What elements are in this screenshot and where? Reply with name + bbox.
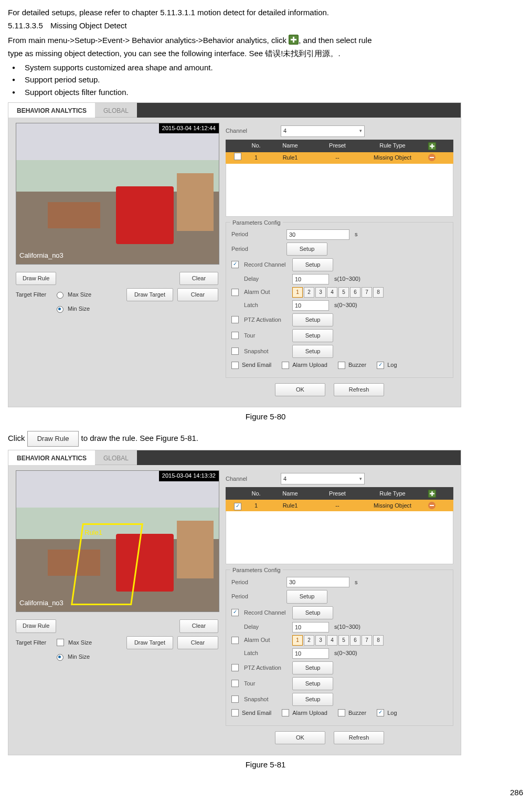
figure-caption-80: Figure 5-80 [8, 410, 523, 423]
delay-input[interactable]: 10 [292, 274, 329, 284]
channel-select[interactable]: 4 [281, 125, 365, 137]
feature-item: System supports customized area shape an… [8, 61, 523, 73]
remove-rule-icon[interactable] [428, 154, 436, 161]
alarm-ch-2[interactable]: 2 [304, 287, 314, 298]
alarm-ch-3[interactable]: 3 [315, 287, 326, 298]
target-filter-label: Target Filter [16, 290, 52, 299]
figure-caption-81: Figure 5-81 [8, 758, 523, 771]
clear-button[interactable]: Clear [179, 272, 218, 285]
clear-target-button[interactable]: Clear [177, 288, 218, 301]
rule-enable-checkbox[interactable] [234, 153, 241, 160]
ptz-checkbox[interactable] [231, 664, 239, 671]
snapshot-checkbox[interactable] [231, 695, 239, 703]
rule-row[interactable]: 1 Rule1 -- Missing Object [226, 500, 453, 511]
add-rule-icon[interactable] [428, 142, 436, 150]
ptz-setup-button[interactable]: Setup [292, 661, 333, 674]
alarm-ch-8[interactable]: 8 [373, 287, 384, 298]
tab-global[interactable]: GLOBAL [95, 103, 137, 118]
min-size-label: Min Size [68, 304, 90, 313]
log-checkbox[interactable] [377, 362, 384, 369]
snapshot-setup-button[interactable]: Setup [292, 693, 333, 706]
tour-checkbox[interactable] [231, 680, 239, 687]
rule-region-label: Rule1 [84, 528, 102, 538]
draw-target-button[interactable]: Draw Target [126, 288, 173, 301]
send-email-checkbox[interactable] [231, 362, 239, 369]
alarm-ch-1[interactable]: 1 [292, 287, 303, 298]
section-title: Missing Object Detect [50, 21, 127, 30]
rules-table-header: No. Name Preset Rule Type [226, 140, 453, 152]
channel-label: Channel [226, 126, 275, 135]
draw-rule-button[interactable]: Draw Rule [16, 619, 56, 632]
refresh-button[interactable]: Refresh [334, 731, 384, 744]
video-preview: 2015-03-04 14:12:44 California_no3 [16, 123, 219, 265]
alarm-ch-5[interactable]: 5 [338, 635, 349, 646]
rule-enable-checkbox[interactable] [234, 503, 241, 510]
buzzer-checkbox[interactable] [338, 709, 345, 716]
add-rule-icon[interactable] [428, 490, 436, 498]
record-channel-checkbox[interactable] [231, 609, 239, 616]
min-size-radio[interactable] [57, 654, 63, 661]
period-input[interactable]: 30 [286, 229, 349, 240]
draw-rule-inline-button: Draw Rule [27, 431, 79, 447]
alarm-ch-2[interactable]: 2 [304, 635, 314, 646]
ptz-setup-button[interactable]: Setup [292, 313, 333, 326]
draw-target-button[interactable]: Draw Target [126, 636, 173, 649]
tab-global[interactable]: GLOBAL [95, 450, 137, 465]
tab-behavior-analytics[interactable]: BEHAVIOR ANALYTICS [8, 103, 95, 118]
rules-table-header: No. Name Preset Rule Type [226, 487, 453, 500]
record-channel-setup-button[interactable]: Setup [292, 258, 333, 271]
clear-target-button[interactable]: Clear [177, 636, 218, 649]
delay-input[interactable]: 10 [292, 622, 329, 632]
alarm-ch-7[interactable]: 7 [362, 635, 372, 646]
alarm-out-checkbox[interactable] [231, 289, 239, 296]
max-size-label: Max Size [68, 638, 92, 647]
alarm-upload-checkbox[interactable] [282, 709, 289, 716]
log-checkbox[interactable] [377, 709, 384, 716]
clear-button[interactable]: Clear [179, 619, 218, 632]
alarm-ch-6[interactable]: 6 [350, 635, 360, 646]
period-setup-button[interactable]: Setup [286, 590, 327, 603]
period-setup-button[interactable]: Setup [286, 242, 327, 256]
tour-checkbox[interactable] [231, 332, 239, 339]
alarm-ch-7[interactable]: 7 [362, 287, 372, 298]
period-input[interactable]: 30 [286, 577, 349, 587]
tour-setup-button[interactable]: Setup [292, 677, 333, 690]
max-size-label: Max Size [68, 290, 91, 299]
ok-button[interactable]: OK [275, 731, 325, 744]
nav-line-2: type as missing object detection, you ca… [8, 47, 523, 59]
alarm-ch-8[interactable]: 8 [373, 635, 384, 646]
snapshot-setup-button[interactable]: Setup [292, 345, 333, 358]
video-timestamp: 2015-03-04 14:13:32 [159, 471, 219, 481]
alarm-ch-4[interactable]: 4 [327, 287, 337, 298]
ptz-checkbox[interactable] [231, 316, 239, 323]
record-channel-setup-button[interactable]: Setup [292, 606, 333, 619]
rule-region [71, 523, 143, 605]
alarm-out-checkbox[interactable] [231, 637, 239, 644]
latch-input[interactable]: 10 [292, 300, 329, 311]
rule-row[interactable]: 1 Rule1 -- Missing Object [226, 152, 453, 164]
alarm-ch-3[interactable]: 3 [315, 635, 326, 646]
parameters-config: Parameters Config Period 30 s Period Set… [226, 570, 453, 725]
alarm-ch-5[interactable]: 5 [338, 287, 349, 298]
ok-button[interactable]: OK [275, 383, 325, 396]
alarm-ch-1[interactable]: 1 [292, 635, 303, 646]
channel-select[interactable]: 4 [281, 473, 365, 484]
tour-setup-button[interactable]: Setup [292, 329, 333, 342]
alarm-ch-4[interactable]: 4 [327, 635, 337, 646]
latch-input[interactable]: 10 [292, 648, 329, 659]
intro-line: For detailed setups, please refer to cha… [8, 6, 523, 18]
min-size-radio[interactable] [57, 306, 63, 313]
max-size-checkbox[interactable] [57, 639, 64, 646]
screenshot-figure-5-80: BEHAVIOR ANALYTICS GLOBAL 2015-03-04 14:… [8, 102, 461, 407]
alarm-upload-checkbox[interactable] [282, 362, 289, 369]
tab-behavior-analytics[interactable]: BEHAVIOR ANALYTICS [8, 450, 95, 465]
alarm-ch-6[interactable]: 6 [350, 287, 360, 298]
remove-rule-icon[interactable] [428, 502, 436, 509]
snapshot-checkbox[interactable] [231, 347, 239, 355]
record-channel-checkbox[interactable] [231, 261, 239, 268]
send-email-checkbox[interactable] [231, 709, 239, 716]
draw-rule-button[interactable]: Draw Rule [16, 272, 56, 285]
buzzer-checkbox[interactable] [338, 362, 345, 369]
max-size-radio[interactable] [57, 292, 63, 299]
refresh-button[interactable]: Refresh [334, 383, 384, 396]
